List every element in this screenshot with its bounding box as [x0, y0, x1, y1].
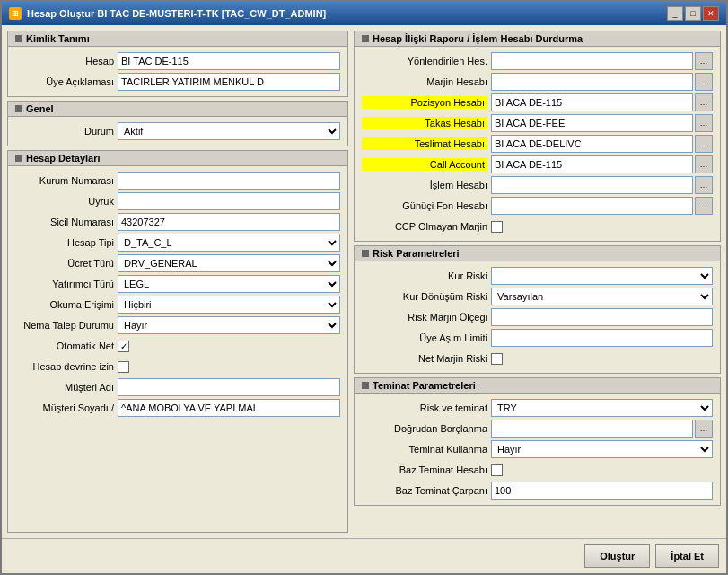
teminat-kullanma-row: Teminat Kullanma Hayır Evet: [362, 440, 713, 458]
nema-talep-durumu-row: Nema Talep Durumu Hayır Evet: [15, 316, 340, 334]
okuma-erisimi-select[interactable]: Hiçbiri Tümü: [118, 296, 340, 314]
risk-ve-teminat-select[interactable]: TRY USD EUR: [491, 399, 713, 417]
pozisyon-hesabi-label: Pozisyon Hesabı: [362, 96, 487, 109]
islem-hesabi-input[interactable]: [491, 176, 693, 194]
yatirimci-turu-label: Yatırımcı Türü: [15, 279, 114, 289]
ucret-turu-select[interactable]: DRV_GENERAL: [118, 254, 340, 272]
kurum-numarasi-input[interactable]: [118, 172, 340, 190]
ucret-turu-label: Ücret Türü: [15, 258, 114, 269]
musteri-soyadi-label: Müşteri Soyadı /: [15, 402, 114, 413]
net-marjin-riski-row: Net Marjin Riski: [362, 349, 713, 367]
baz-teminat-carpani-label: Baz Teminat Çarpanı: [362, 485, 487, 496]
teminat-kullanma-select[interactable]: Hayır Evet: [491, 440, 713, 458]
gunici-fon-hesabi-input[interactable]: [491, 197, 693, 215]
otomatik-net-checkbox[interactable]: [118, 341, 129, 352]
hesap-devrine-izin-checkbox[interactable]: [118, 361, 129, 373]
teminat-parametreleri-title: Teminat Parametreleri: [355, 378, 720, 394]
islem-hesabi-row: İşlem Hesabı …: [362, 176, 713, 194]
risk-parametreleri-title: Risk Parametreleri: [355, 246, 720, 261]
takas-hesabi-label: Takas Hesabı: [362, 117, 487, 129]
musteri-soyadi-input[interactable]: [118, 399, 340, 417]
gunici-fon-hesabi-row: Günüçi Fon Hesabı …: [362, 197, 713, 215]
net-marjin-riski-label: Net Marjin Riski: [362, 353, 487, 364]
kurum-numarasi-row: Kurum Numarası: [15, 172, 340, 190]
net-marjin-riski-checkbox[interactable]: [491, 353, 503, 365]
main-window: ⊞ Hesap Oluştur BI TAC DE-MUSTERI-T-TK […: [0, 0, 728, 575]
yonlendirilen-hes-input[interactable]: [491, 52, 693, 70]
baz-teminat-hesabi-row: Baz Teminat Hesabı: [362, 461, 713, 479]
uye-aciklamasi-input[interactable]: [118, 73, 340, 91]
gunici-fon-hesabi-btn[interactable]: …: [695, 197, 713, 215]
hesap-tipi-select[interactable]: D_TA_C_L: [118, 234, 340, 252]
hesap-devrine-izin-label: Hesap devrine izin: [15, 361, 114, 372]
durum-row: Durum Aktif Pasif: [15, 122, 340, 140]
dogrudan-borclama-input[interactable]: [491, 420, 693, 438]
hesap-input[interactable]: [118, 52, 340, 70]
bottom-bar: Oluştur İptal Et: [2, 538, 726, 573]
dogrudan-borclama-btn[interactable]: …: [695, 420, 713, 438]
uye-asim-limiti-label: Üye Aşım Limiti: [362, 332, 487, 343]
sicil-numarasi-input[interactable]: [118, 213, 340, 231]
risk-marjin-olcegi-input[interactable]: [491, 308, 713, 326]
call-account-btn[interactable]: …: [695, 155, 713, 173]
uyruk-label: Uyruk: [15, 196, 114, 207]
yonlendirilen-hes-btn[interactable]: …: [695, 52, 713, 70]
uye-asim-limiti-input[interactable]: [491, 329, 713, 347]
baz-teminat-carpani-input[interactable]: [491, 482, 713, 500]
hesap-tipi-label: Hesap Tipi: [15, 237, 114, 248]
takas-hesabi-btn[interactable]: …: [695, 114, 713, 132]
musteri-soyadi-row: Müşteri Soyadı /: [15, 399, 340, 417]
call-account-input[interactable]: [491, 155, 693, 173]
teslimat-hesabi-label: Teslimat Hesabı: [362, 137, 487, 150]
kur-donusum-riski-label: Kur Dönüşüm Riski: [362, 291, 487, 302]
kur-riski-select[interactable]: Varsayılan: [491, 267, 713, 285]
marjin-hesabi-row: Marjin Hesabı …: [362, 73, 713, 91]
islem-hesabi-btn[interactable]: …: [695, 176, 713, 194]
takas-hesabi-row: Takas Hesabı …: [362, 114, 713, 132]
close-button[interactable]: ✕: [703, 6, 719, 21]
teminat-kullanma-label: Teminat Kullanma: [362, 444, 487, 455]
nema-talep-durumu-select[interactable]: Hayır Evet: [118, 316, 340, 334]
takas-hesabi-input[interactable]: [491, 114, 693, 132]
baz-teminat-hesabi-label: Baz Teminat Hesabı: [362, 464, 487, 475]
hesap-row: Hesap: [15, 52, 340, 70]
teslimat-hesabi-btn[interactable]: …: [695, 135, 713, 153]
pozisyon-hesabi-btn[interactable]: …: [695, 93, 713, 111]
hesap-iliskili-raporu-title: Hesap İlişki Raporu / İşlem Hesabı Durdu…: [355, 31, 720, 47]
teslimat-hesabi-input[interactable]: [491, 135, 693, 153]
nema-talep-durumu-label: Nema Talep Durumu: [15, 320, 114, 331]
marjin-hesabi-btn[interactable]: …: [695, 73, 713, 91]
otomatik-net-label: Otomatik Net: [15, 341, 114, 351]
kimlik-tanimi-title: Kimlik Tanımı: [8, 31, 347, 47]
maximize-button[interactable]: □: [685, 6, 701, 21]
right-panel: Hesap İlişki Raporu / İşlem Hesabı Durdu…: [354, 31, 721, 533]
ccp-olmayan-marjin-checkbox[interactable]: [491, 221, 503, 233]
baz-teminat-hesabi-checkbox[interactable]: [491, 464, 503, 476]
kur-donusum-riski-select[interactable]: Varsayılan: [491, 288, 713, 305]
musteri-adi-input[interactable]: [118, 378, 340, 396]
iptal-et-button[interactable]: İptal Et: [655, 544, 719, 568]
durum-label: Durum: [15, 126, 114, 137]
okuma-erisimi-row: Okuma Erişimi Hiçbiri Tümü: [15, 296, 340, 314]
kur-riski-row: Kur Riski Varsayılan: [362, 267, 713, 285]
olustur-button[interactable]: Oluştur: [584, 544, 650, 568]
risk-ve-teminat-row: Risk ve teminat TRY USD EUR: [362, 399, 713, 417]
yonlendirilen-hes-row: Yönlendirilen Hes. …: [362, 52, 713, 70]
hesap-iliskili-raporu-group: Hesap İlişki Raporu / İşlem Hesabı Durdu…: [354, 31, 721, 242]
risk-marjin-olcegi-row: Risk Marjin Ölçeği: [362, 308, 713, 326]
durum-select[interactable]: Aktif Pasif: [118, 122, 340, 140]
marjin-hesabi-input[interactable]: [491, 73, 693, 91]
uye-aciklamasi-row: Üye Açıklaması: [15, 73, 340, 91]
minimize-button[interactable]: _: [667, 6, 683, 21]
yatirimci-turu-select[interactable]: LEGL: [118, 275, 340, 293]
uyruk-input[interactable]: [118, 192, 340, 210]
genel-group: Genel Durum Aktif Pasif: [7, 101, 348, 146]
title-bar: ⊞ Hesap Oluştur BI TAC DE-MUSTERI-T-TK […: [2, 2, 726, 25]
musteri-adi-row: Müşteri Adı: [15, 378, 340, 396]
hesap-detaylari-group: Hesap Detayları Kurum Numarası Uyruk Sic…: [7, 150, 348, 533]
sicil-numarasi-label: Sicil Numarası: [15, 217, 114, 227]
okuma-erisimi-label: Okuma Erişimi: [15, 299, 114, 310]
pozisyon-hesabi-input[interactable]: [491, 93, 693, 111]
call-account-row: Call Account …: [362, 155, 713, 173]
call-account-label: Call Account: [362, 158, 487, 171]
